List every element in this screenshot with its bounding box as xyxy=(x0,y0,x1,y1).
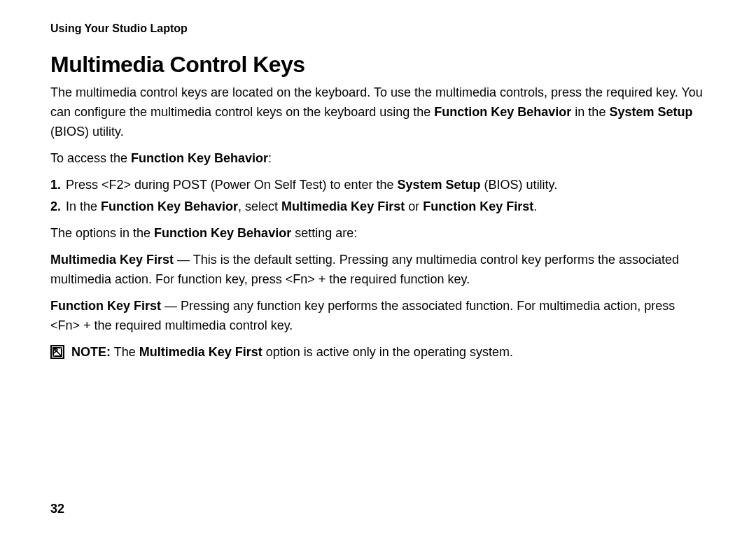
text: or xyxy=(405,199,423,213)
text-bold: NOTE: xyxy=(71,345,111,359)
step-number: 1. xyxy=(50,176,61,195)
step-item: 2. In the Function Key Behavior, select … xyxy=(66,197,706,217)
text: option is active only in the operating s… xyxy=(262,345,513,359)
running-header: Using Your Studio Laptop xyxy=(50,22,706,35)
steps-list: 1. Press <F2> during POST (Power On Self… xyxy=(50,176,706,218)
text: (BIOS) utility. xyxy=(50,125,124,139)
text: setting are: xyxy=(291,226,357,240)
text-bold: Multimedia Key First xyxy=(139,345,262,359)
text-bold: Function Key Behavior xyxy=(434,105,571,119)
text: : xyxy=(268,151,272,165)
options-intro: The options in the Function Key Behavior… xyxy=(50,224,706,244)
note-text: NOTE: The Multimedia Key First option is… xyxy=(71,343,513,362)
step-item: 1. Press <F2> during POST (Power On Self… xyxy=(66,176,706,195)
text: Press <F2> during POST (Power On Self Te… xyxy=(66,178,398,192)
intro-paragraph: The multimedia control keys are located … xyxy=(50,83,706,142)
text: In the xyxy=(66,199,101,213)
text: The options in the xyxy=(50,226,154,240)
access-line: To access the Function Key Behavior: xyxy=(50,149,706,169)
text-bold: Function Key Behavior xyxy=(131,151,268,165)
text-bold: Function Key Behavior xyxy=(154,226,291,240)
note-icon xyxy=(50,345,64,359)
text-bold: System Setup xyxy=(398,178,481,192)
page-title: Multimedia Control Keys xyxy=(50,52,706,78)
text-bold: Function Key First xyxy=(423,199,533,213)
step-number: 2. xyxy=(50,197,61,217)
note-block: NOTE: The Multimedia Key First option is… xyxy=(50,343,706,362)
text: The xyxy=(111,345,139,359)
document-page: Using Your Studio Laptop Multimedia Cont… xyxy=(0,0,756,536)
text: (BIOS) utility. xyxy=(481,178,558,192)
text-bold: Function Key First xyxy=(50,299,161,313)
page-number: 32 xyxy=(50,502,64,516)
text-bold: Function Key Behavior xyxy=(101,199,238,213)
text-bold: Multimedia Key First xyxy=(50,253,174,267)
text: , select xyxy=(238,199,281,213)
text: To access the xyxy=(50,151,131,165)
option-function-first: Function Key First — Pressing any functi… xyxy=(50,297,706,336)
option-multimedia-first: Multimedia Key First — This is the defau… xyxy=(50,251,706,290)
text-bold: Multimedia Key First xyxy=(281,199,405,213)
text: in the xyxy=(571,105,609,119)
text-bold: System Setup xyxy=(609,105,692,119)
text: . xyxy=(533,199,537,213)
